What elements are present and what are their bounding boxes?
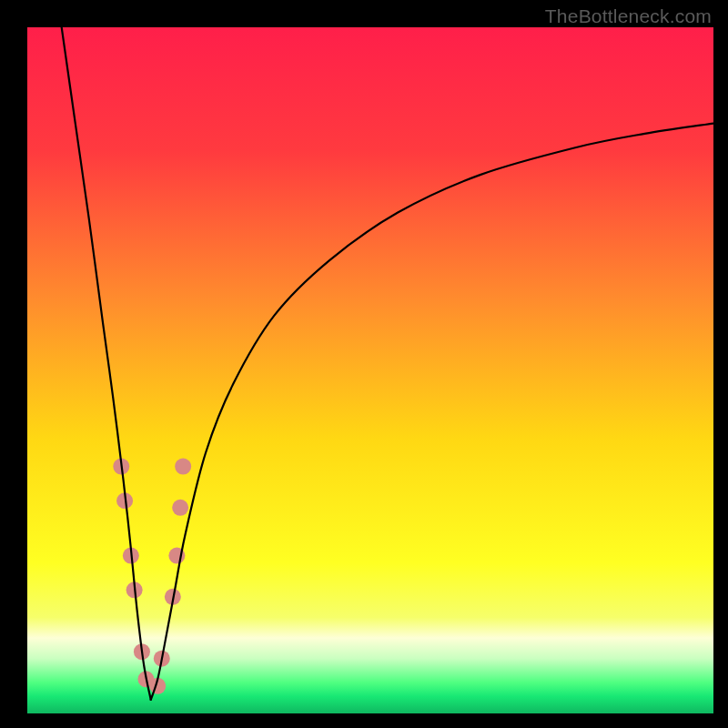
watermark-text: TheBottleneck.com <box>545 5 712 27</box>
curve-right-branch <box>151 124 713 700</box>
data-marker <box>172 500 188 516</box>
chart-curves <box>27 27 713 713</box>
curve-left-branch <box>62 27 151 700</box>
chart-frame: TheBottleneck.com <box>0 0 728 728</box>
plot-area <box>27 27 713 713</box>
data-marker <box>175 459 191 475</box>
